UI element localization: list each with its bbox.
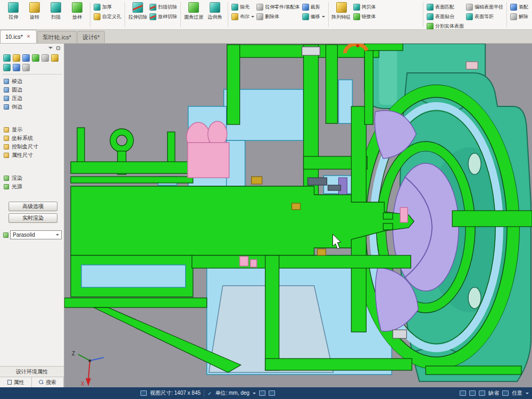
sidebar-tool-icon[interactable] <box>41 54 49 62</box>
offset-label: 偏移 <box>311 13 320 20</box>
chevron-down-icon[interactable] <box>48 47 53 51</box>
close-tab-icon[interactable] <box>26 34 31 40</box>
tree-item-edge[interactable]: 圆边 <box>4 86 64 94</box>
assembly-button[interactable]: 装配 <box>509 3 529 11</box>
ribbon-toolbar: 拉伸 旋转 扫描 放样 加厚 <box>0 0 532 30</box>
units-label[interactable]: 单位: mm, deg <box>215 389 249 397</box>
revolve-icon <box>29 2 40 13</box>
snap-toggle-icon[interactable] <box>269 390 275 396</box>
any-filter-label[interactable]: 任意 <box>512 389 522 397</box>
sidebar-tool-icon[interactable] <box>51 54 59 62</box>
tree-item-render[interactable]: 光源 <box>4 182 64 191</box>
tree-item-display[interactable]: 显示 <box>4 126 64 134</box>
sidebar-tabs: 属性 搜索 <box>0 377 64 387</box>
boolean-button[interactable]: 布尔 <box>230 13 255 21</box>
tree-item-display[interactable]: 控制盒尺寸 <box>4 143 64 151</box>
extrude-part-button[interactable]: 拉伸零件/装配体 <box>255 3 301 11</box>
pin-icon[interactable] <box>56 46 60 50</box>
sweep-button[interactable]: 扫描 <box>45 1 66 21</box>
kernel-select[interactable]: Parasolid <box>10 230 62 239</box>
default-config-label[interactable]: 缺省 <box>488 389 499 397</box>
dropdown-caret-icon[interactable] <box>253 393 256 396</box>
surface-offset-icon <box>466 13 473 20</box>
kernel-value: Parasolid <box>13 232 35 238</box>
design-environment-button[interactable]: 设计环境属性 <box>0 366 64 377</box>
tab-search[interactable]: 搜索 <box>32 377 64 387</box>
copy-body-button[interactable]: 拷贝体 <box>352 3 377 11</box>
chamfer-button[interactable]: 边倒角 <box>204 1 226 21</box>
divider <box>204 389 204 397</box>
trim-icon <box>302 4 309 11</box>
viewport-3d[interactable]: Z X <box>64 44 532 387</box>
extrude-cut-button[interactable]: 拉伸切除 <box>127 1 148 21</box>
offset-button[interactable]: 偏移 <box>301 13 326 21</box>
sidebar-tool-icon[interactable] <box>3 54 11 62</box>
delete-body-button[interactable]: 删除体 <box>255 13 301 21</box>
custom-hole-label: 自定义孔 <box>102 13 121 20</box>
sidebar-tool-icon[interactable] <box>22 64 30 71</box>
trim-button[interactable]: 裁剪 <box>301 3 326 11</box>
tree-item-render[interactable]: 渲染 <box>4 174 64 182</box>
advanced-options-button[interactable]: 高级选项 <box>9 202 57 211</box>
grid-toggle-icon[interactable] <box>259 390 265 396</box>
realtime-render-button[interactable]: 实时渲染 <box>9 213 57 223</box>
thicken-label: 加厚 <box>102 4 112 11</box>
edit-surface-radius-button[interactable]: 编辑表面半径 <box>465 3 504 11</box>
surface-fit-label: 表面贴合 <box>435 13 454 20</box>
thicken-button[interactable]: 加厚 <box>93 3 122 11</box>
tab-label: 10.ics* <box>5 34 23 40</box>
cad-application-window: 拉伸 旋转 扫描 放样 加厚 <box>0 0 532 399</box>
tab-properties[interactable]: 属性 <box>0 377 32 387</box>
tree-item-display[interactable]: 坐标系统 <box>4 134 64 143</box>
loft-icon <box>72 2 82 13</box>
tree-item-edge[interactable]: 棱边 <box>4 77 64 86</box>
release-label: 解除 <box>519 13 528 20</box>
edit-surface-radius-label: 编辑表面半径 <box>475 4 503 11</box>
selection-mode-icon[interactable] <box>502 390 509 396</box>
filter-icon[interactable] <box>479 390 485 396</box>
sidebar-tool-icon[interactable] <box>3 64 11 71</box>
sidebar-tool-icon[interactable] <box>32 54 39 62</box>
edge-options-tree: 棱边 圆边 压边 倒边 <box>0 74 64 111</box>
ribbon-group-surface: 表面匹配 表面贴合 分割实体表面 编辑表面半径 表面等距 <box>424 0 506 29</box>
surface-fit-button[interactable]: 表面贴合 <box>426 13 465 21</box>
dimension-icon <box>4 153 9 158</box>
tree-item-label: 光源 <box>12 183 22 190</box>
loft-label: 放样 <box>72 14 82 21</box>
dropdown-caret-icon[interactable] <box>526 393 529 396</box>
release-button[interactable]: 解除 <box>509 13 529 21</box>
fillet-button[interactable]: 圆角过渡 <box>183 1 204 21</box>
axis-x-label: X <box>81 381 85 387</box>
link-body-button[interactable]: 链接体 <box>352 13 377 21</box>
revolve-label: 旋转 <box>30 14 39 21</box>
extrude-button[interactable]: 拉伸 <box>3 1 24 21</box>
surface-match-button[interactable]: 表面匹配 <box>426 3 465 11</box>
split-solid-face-button[interactable]: 分割实体表面 <box>426 22 465 30</box>
revolve-button[interactable]: 旋转 <box>24 1 45 21</box>
tab-document-2[interactable]: 泵叶轮.ics* <box>37 31 77 43</box>
ribbon-separator <box>328 2 329 27</box>
custom-hole-button[interactable]: 自定义孔 <box>93 13 122 21</box>
sweep-cut-button[interactable]: 扫描切除 <box>148 3 178 11</box>
tab-document-3[interactable]: 设计6* <box>77 31 105 43</box>
sidebar-tool-icon[interactable] <box>13 54 20 62</box>
sidebar-tool-icon[interactable] <box>22 54 30 62</box>
tree-item-label: 倒边 <box>12 103 22 111</box>
tree-item-label: 圆边 <box>12 86 22 94</box>
shell-button[interactable]: 抽壳 <box>230 3 255 11</box>
render-mode-icon[interactable] <box>460 390 466 396</box>
tree-item-display[interactable]: 属性尺寸 <box>4 151 64 160</box>
pattern-feature-button[interactable]: 阵列特征 <box>331 1 352 21</box>
status-bar: 视图尺寸: 1407 x 845 ✓ 单位: mm, deg 缺省 任意 <box>0 387 532 399</box>
properties-icon <box>7 380 12 385</box>
surface-offset-button[interactable]: 表面等距 <box>465 13 504 21</box>
document-tab-bar: 10.ics* 泵叶轮.ics* 设计6* <box>0 30 532 44</box>
ribbon-group-pattern: 阵列特征 拷贝体 链接体 <box>329 0 379 29</box>
tree-item-edge[interactable]: 压边 <box>4 94 64 103</box>
camera-icon[interactable] <box>469 390 476 396</box>
loft-cut-button[interactable]: 放样切除 <box>148 13 178 21</box>
sidebar-tool-icon[interactable] <box>13 64 20 71</box>
tab-document-1[interactable]: 10.ics* <box>0 30 37 43</box>
loft-button[interactable]: 放样 <box>66 1 88 21</box>
tree-item-edge[interactable]: 倒边 <box>4 103 64 111</box>
